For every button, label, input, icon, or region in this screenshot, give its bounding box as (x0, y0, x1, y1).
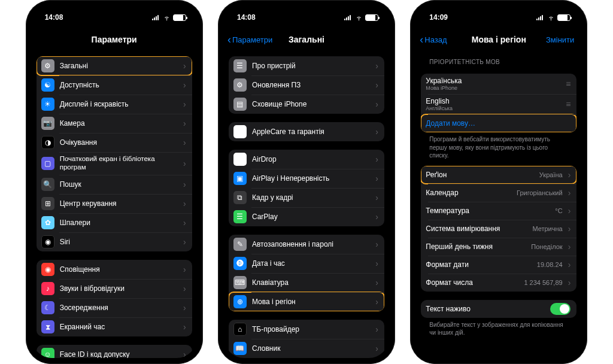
settings-row[interactable]: Перший день тижняПонеділок› (421, 238, 576, 256)
settings-row[interactable]: ◉Сповіщення› (37, 260, 192, 279)
chevron-right-icon: › (375, 154, 378, 164)
chevron-right-icon: › (183, 119, 186, 128)
settings-row[interactable]: ▣AirPlay і Неперервність› (229, 169, 384, 188)
chevron-right-icon: › (183, 303, 186, 313)
accessibility-icon: ☯ (41, 78, 54, 92)
general-list[interactable]: ☰Про пристрій›⚙︎Оновлення ПЗ›▤Сховище iP… (224, 50, 389, 358)
keyboard-icon: ⌨ (233, 276, 247, 289)
drag-handle-icon[interactable]: ≡ (566, 99, 570, 109)
drag-handle-icon[interactable]: ≡ (566, 79, 570, 89)
row-label: Звуки і вібровідгуки (60, 284, 178, 293)
row-label: Текст наживо (426, 305, 545, 313)
row-label: Про пристрій (252, 62, 370, 70)
settings-group: РеґіонУкраїна›КалендарГригоріанський›Тем… (421, 166, 576, 292)
row-label: Формат числа (426, 278, 518, 287)
signal-icon (344, 14, 353, 20)
nav-title: Мова і регіон (472, 35, 526, 44)
settings-list[interactable]: ⚙︎Загальні›☯Доступність›☀Дисплей і яскра… (32, 50, 197, 358)
settings-row[interactable]: Формат дати19.08.24› (421, 256, 576, 274)
settings-row[interactable]: ⚙︎Загальні› (37, 56, 192, 75)
settings-row[interactable]: ⌨Клавіатура› (229, 273, 384, 292)
row-label: CarPlay (252, 213, 370, 221)
autofill-icon: ✎ (233, 238, 247, 251)
row-value: Понеділок (531, 243, 562, 250)
phone-language-region: 14:09 ‹Назад Мова і регіон Змінити ПРІОР… (410, 0, 587, 364)
settings-row[interactable]: ◑Очікування› (37, 133, 192, 152)
settings-row[interactable]: ⚙︎Оновлення ПЗ› (229, 75, 384, 95)
settings-row[interactable]: ☾Зосередження› (37, 298, 192, 317)
settings-row[interactable]: ☀Дисплей і яскравість› (37, 95, 192, 114)
chevron-right-icon: › (568, 278, 571, 287)
settings-row[interactable]: Температура°C› (421, 202, 576, 220)
settings-row[interactable]: ☰Про пристрій› (229, 56, 384, 75)
nav-back[interactable]: ‹Назад (420, 34, 447, 45)
live-text-row[interactable]: Текст наживо (421, 300, 576, 318)
settings-row[interactable]: EnglishАнглійська≡ (421, 94, 576, 114)
nav-edit[interactable]: Змінити (546, 35, 574, 44)
settings-row[interactable]: ☰CarPlay› (229, 207, 384, 226)
settings-row[interactable]: РеґіонУкраїна› (421, 166, 576, 184)
airplay-icon: ▣ (233, 172, 247, 185)
settings-row[interactable]: ⌂ТБ-провайдер› (229, 320, 384, 339)
settings-row[interactable]: ☯Доступність› (37, 75, 192, 95)
status-time: 14:09 (429, 13, 448, 22)
settings-row[interactable]: Формат числа1 234 567,89› (421, 274, 576, 292)
settings-row[interactable]: 🅓Дата і час› (229, 254, 384, 273)
settings-row[interactable]: ◉Siri› (37, 232, 192, 251)
chevron-right-icon: › (375, 212, 378, 222)
settings-row[interactable]: 🔍Пошук› (37, 175, 192, 194)
settings-row[interactable]: ✎Автозаповнення і паролі› (229, 235, 384, 254)
row-value: Метрична (532, 225, 562, 232)
settings-row[interactable]: 📖Словник› (229, 339, 384, 358)
chevron-right-icon: › (375, 278, 378, 287)
settings-row[interactable]: ⧉Кадр у кадрі› (229, 188, 384, 207)
notch (471, 6, 526, 19)
chevron-right-icon: › (183, 218, 186, 228)
settings-row[interactable]: ▤Сховище iPhone› (229, 95, 384, 114)
sounds-icon: ♪ (41, 282, 54, 295)
nav-back[interactable]: ‹Параметри (227, 34, 272, 45)
chevron-right-icon: › (568, 242, 571, 251)
row-value: Григоріанський (517, 189, 563, 196)
phone-general: 14:08 ‹Параметри Загальні ☰Про пристрій›… (218, 0, 395, 364)
settings-group: ✎Автозаповнення і паролі›🅓Дата і час›⌨Кл… (229, 235, 384, 311)
settings-row[interactable]: ⊞Центр керування› (37, 194, 192, 213)
add-language-row[interactable]: Додати мову… (421, 114, 576, 132)
settings-row[interactable]: УкраїнськаМова iPhone≡ (421, 74, 576, 94)
chevron-right-icon: › (375, 61, 378, 71)
chevron-right-icon: › (183, 265, 186, 274)
settings-row[interactable]: ▢Початковий екран і бібліотека програм› (37, 152, 192, 175)
settings-row[interactable]: ◎AirDrop› (229, 150, 384, 169)
settings-row[interactable]: ⊕Мова і регіон› (229, 292, 384, 311)
row-label: Оновлення ПЗ (252, 81, 370, 89)
row-label: Шпалери (60, 219, 178, 227)
section-footer: Вибирайте текст у зображеннях для копіюв… (421, 318, 576, 337)
settings-row[interactable]: ♪Звуки і вібровідгуки› (37, 279, 192, 298)
row-label: Сховище iPhone (252, 100, 370, 108)
settings-row[interactable]: •AppleCare та гарантія› (229, 122, 384, 141)
settings-row[interactable]: КалендарГригоріанський› (421, 184, 576, 202)
carplay-icon: ☰ (233, 210, 247, 223)
section-header: ПРІОРИТЕТНІСТЬ МОВ (421, 50, 576, 68)
settings-row[interactable]: Система вимірюванняМетрична› (421, 220, 576, 238)
settings-row[interactable]: ✿Шпалери› (37, 213, 192, 232)
wifi-icon (547, 14, 555, 20)
gear-icon: ⚙︎ (41, 59, 54, 72)
row-label: Перший день тижня (426, 242, 526, 251)
settings-group: ⚙︎Загальні›☯Доступність›☀Дисплей і яскра… (37, 56, 192, 251)
siri-icon: ◉ (41, 235, 54, 248)
language-region-list[interactable]: ПРІОРИТЕТНІСТЬ МОВУкраїнськаМова iPhone≡… (416, 50, 581, 358)
toggle-switch[interactable] (550, 303, 570, 315)
settings-group: ☰Про пристрій›⚙︎Оновлення ПЗ›▤Сховище iP… (229, 56, 384, 114)
chevron-right-icon: › (375, 193, 378, 202)
row-label: Мова і регіон (252, 298, 370, 306)
settings-row[interactable]: 📷Камера› (37, 114, 192, 133)
chevron-right-icon: › (568, 260, 571, 269)
dictionary-icon: 📖 (233, 342, 247, 355)
settings-row[interactable]: ☺Face ID і код допуску› (37, 345, 192, 358)
chevron-right-icon: › (375, 99, 378, 109)
row-label: Реґіон (426, 171, 534, 179)
row-label: Система вимірювання (426, 225, 527, 233)
row-label: Siri (60, 238, 178, 246)
settings-row[interactable]: ⧗Екранний час› (37, 317, 192, 336)
